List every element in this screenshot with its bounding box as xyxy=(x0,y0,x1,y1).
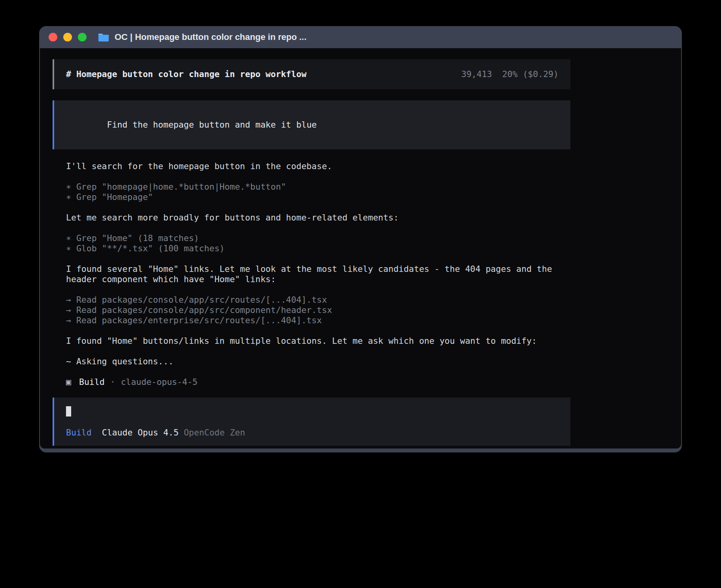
zoom-button[interactable] xyxy=(78,33,87,41)
session-title: # Homepage button color change in repo w… xyxy=(66,69,306,79)
agent-name: Build xyxy=(79,377,105,387)
status-line: ~ Asking questions... xyxy=(66,356,556,367)
user-message: Find the homepage button and make it blu… xyxy=(53,100,570,149)
tool-call-read: → Read packages/console/app/src/routes/[… xyxy=(66,295,556,305)
window-title: OC | Homepage button color change in rep… xyxy=(115,32,306,42)
titlebar: OC | Homepage button color change in rep… xyxy=(40,26,681,48)
token-count: 39,413 xyxy=(461,69,492,79)
close-button[interactable] xyxy=(49,33,57,41)
tool-call-read: → Read packages/enterprise/src/routes/[.… xyxy=(66,315,556,326)
tool-call-grep: ∗ Grep "Home" (18 matches) xyxy=(66,233,556,243)
session-stats: 39,413 20% ($0.29) xyxy=(461,69,559,79)
text-cursor xyxy=(66,406,71,416)
tool-call-grep: ∗ Grep "homepage|home.*button|Home.*butt… xyxy=(66,182,556,192)
prompt-input[interactable]: Build Claude Opus 4.5 OpenCode Zen xyxy=(53,398,570,446)
tui-content: # Homepage button color change in repo w… xyxy=(53,59,570,449)
terminal-window: OC | Homepage button color change in rep… xyxy=(39,26,682,452)
folder-icon xyxy=(98,32,109,42)
agent-model: claude-opus-4-5 xyxy=(121,377,198,387)
input-provider-label: OpenCode Zen xyxy=(184,428,245,438)
context-cost: 20% ($0.29) xyxy=(502,69,559,79)
conversation: I'll search for the homepage button in t… xyxy=(66,161,556,387)
user-message-text: Find the homepage button and make it blu… xyxy=(107,120,317,130)
input-model-label: Claude Opus 4.5 xyxy=(102,428,179,438)
session-header: # Homepage button color change in repo w… xyxy=(53,59,570,89)
assistant-message: I found several "Home" links. Let me loo… xyxy=(66,264,556,285)
agent-icon: ▣ xyxy=(66,377,71,387)
window-controls xyxy=(49,33,87,41)
tool-call-grep: ∗ Grep "Homepage" xyxy=(66,192,556,202)
agent-status-line: ▣ Build · claude-opus-4-5 xyxy=(66,377,556,387)
input-status-bar: Build Claude Opus 4.5 OpenCode Zen xyxy=(66,428,559,438)
separator-dot: · xyxy=(110,377,115,387)
minimize-button[interactable] xyxy=(63,33,72,41)
tool-call-glob: ∗ Glob "**/*.tsx" (100 matches) xyxy=(66,243,556,254)
assistant-message: I'll search for the homepage button in t… xyxy=(66,161,556,172)
input-agent-label: Build xyxy=(66,428,92,438)
tool-call-read: → Read packages/console/app/src/componen… xyxy=(66,305,556,315)
assistant-message: I found "Home" buttons/links in multiple… xyxy=(66,336,556,346)
terminal-body: # Homepage button color change in repo w… xyxy=(40,48,681,449)
assistant-message: Let me search more broadly for buttons a… xyxy=(66,213,556,223)
